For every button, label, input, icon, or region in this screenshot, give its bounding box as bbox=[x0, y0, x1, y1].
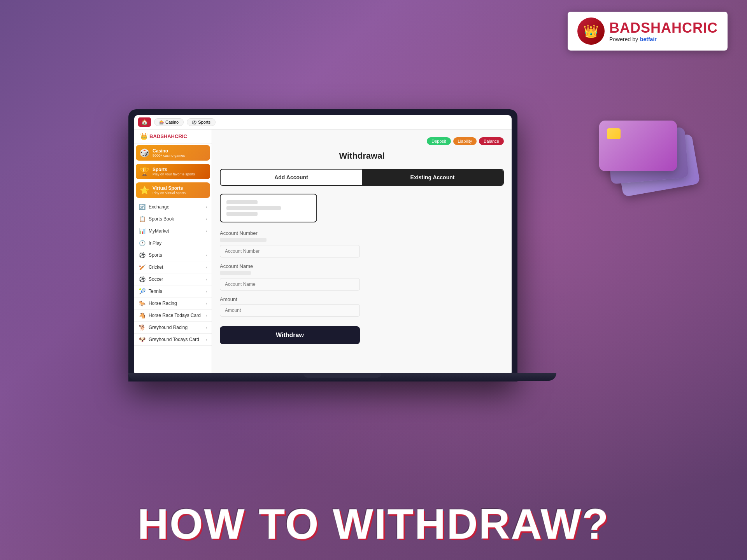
greyhound-chevron: › bbox=[206, 326, 207, 330]
site-logo: 👑 BADSHAHCRIC bbox=[140, 133, 187, 140]
withdraw-button[interactable]: Withdraw bbox=[220, 326, 360, 344]
account-number-input[interactable] bbox=[220, 245, 360, 257]
sports-chevron: › bbox=[206, 253, 207, 257]
card-chip bbox=[607, 128, 621, 139]
promo-virtual-banner[interactable]: ⭐ Virtual Sports Play on Virtual sports bbox=[136, 182, 210, 198]
sidebar-menu: 🔄 Exchange › 📋 Sports Book › bbox=[134, 200, 212, 347]
account-number-value bbox=[220, 238, 267, 242]
greyhound-todays-label: Greyhound Todays Card bbox=[149, 337, 199, 342]
amount-label: Amount bbox=[220, 296, 504, 302]
laptop-stand bbox=[303, 373, 381, 378]
cricket-label: Cricket bbox=[149, 264, 163, 270]
virtual-promo-text: Virtual Sports Play on Virtual sports bbox=[153, 186, 186, 195]
card-front bbox=[599, 121, 677, 171]
tennis-chevron: › bbox=[206, 289, 207, 294]
casino-promo-title: Casino bbox=[153, 148, 185, 154]
existing-account-tab[interactable]: Existing Account bbox=[362, 170, 503, 185]
casino-promo-text: Casino 5000+ casino games bbox=[153, 148, 185, 158]
account-number-label: Account Number bbox=[220, 230, 504, 236]
site-crown-icon: 👑 bbox=[140, 133, 148, 140]
sidebar: 👑 BADSHAHCRIC 🎲 Casino 5000+ casino game… bbox=[134, 130, 212, 376]
top-nav: 🏠 🎰 Casino ⚽ Sports bbox=[134, 115, 512, 130]
balance-button[interactable]: Balance bbox=[479, 137, 504, 145]
greyhound-label: Greyhound Racing bbox=[149, 325, 188, 330]
horse-todays-chevron: › bbox=[206, 313, 207, 318]
tennis-icon: 🎾 bbox=[139, 288, 146, 294]
casino-icon: 🎰 bbox=[159, 120, 164, 124]
casino-promo-icon: 🎲 bbox=[140, 148, 149, 158]
soccer-label: Soccer bbox=[149, 276, 163, 282]
sidebar-item-exchange[interactable]: 🔄 Exchange › bbox=[134, 201, 212, 213]
greyhound-todays-chevron: › bbox=[206, 338, 207, 342]
sidebar-item-sports[interactable]: ⚽ Sports › bbox=[134, 249, 212, 261]
home-button[interactable]: 🏠 bbox=[138, 117, 151, 127]
account-number-group: Account Number bbox=[220, 230, 504, 257]
tennis-label: Tennis bbox=[149, 289, 162, 294]
horse-todays-icon: 🐴 bbox=[139, 312, 146, 318]
logo-title: BADSHAHCRIC bbox=[609, 20, 718, 36]
site-header: 👑 BADSHAHCRIC bbox=[134, 130, 212, 144]
sports-promo-title: Sports bbox=[153, 167, 195, 172]
account-name-input[interactable] bbox=[220, 278, 360, 290]
amount-input[interactable] bbox=[220, 304, 360, 317]
laptop-wrapper: 🏠 🎰 Casino ⚽ Sports bbox=[23, 19, 724, 463]
virtual-promo-icon: ⭐ bbox=[140, 186, 149, 195]
sidebar-item-horse-todays[interactable]: 🐴 Horse Race Todays Card › bbox=[134, 310, 212, 322]
promo-sports-banner[interactable]: 🏆 Sports Play on your favorite sports bbox=[136, 164, 210, 179]
sidebar-item-tennis[interactable]: 🎾 Tennis › bbox=[134, 285, 212, 298]
sports-tab-label: Sports bbox=[198, 120, 210, 124]
sidebar-item-horse-racing[interactable]: 🐎 Horse Racing › bbox=[134, 298, 212, 310]
amount-group: Amount bbox=[220, 296, 504, 317]
sidebar-item-soccer[interactable]: ⚽ Soccer › bbox=[134, 273, 212, 285]
site-logo-text: BADSHAHCRIC bbox=[149, 133, 187, 139]
soccer-chevron: › bbox=[206, 277, 207, 282]
exchange-label: Exchange bbox=[149, 204, 169, 210]
mymarket-icon: 📊 bbox=[139, 228, 146, 234]
logo-box: 👑 BADSHAHCRIC Powered by betfair bbox=[568, 12, 728, 51]
crown-icon: 👑 bbox=[583, 24, 599, 38]
sidebar-item-greyhound[interactable]: 🐕 Greyhound Racing › bbox=[134, 322, 212, 334]
greyhound-icon: 🐕 bbox=[139, 324, 146, 331]
account-name-label: Account Name bbox=[220, 263, 504, 269]
casino-tab[interactable]: 🎰 Casino bbox=[154, 118, 184, 126]
cards-decoration bbox=[591, 117, 700, 233]
casino-tab-label: Casino bbox=[165, 120, 179, 124]
sports-tab[interactable]: ⚽ Sports bbox=[187, 118, 216, 126]
header-buttons: Deposit Liability Balance bbox=[220, 137, 504, 145]
promo-casino-banner[interactable]: 🎲 Casino 5000+ casino games bbox=[136, 145, 210, 161]
sidebar-item-cricket[interactable]: 🏏 Cricket › bbox=[134, 261, 212, 273]
account-card-number bbox=[226, 206, 281, 210]
sidebar-item-greyhound-todays[interactable]: 🐶 Greyhound Todays Card › bbox=[134, 334, 212, 346]
deposit-button[interactable]: Deposit bbox=[427, 137, 451, 145]
sportsbook-label: Sports Book bbox=[149, 216, 174, 222]
sidebar-item-inplay[interactable]: 🕐 InPlay bbox=[134, 237, 212, 249]
exchange-icon: 🔄 bbox=[139, 204, 146, 210]
bottom-text: HOW TO WITHDRAW? bbox=[0, 499, 747, 548]
sports-menu-label: Sports bbox=[149, 252, 162, 258]
sidebar-item-sportsbook[interactable]: 📋 Sports Book › bbox=[134, 213, 212, 225]
horse-todays-label: Horse Race Todays Card bbox=[149, 313, 201, 318]
logo-text-block: BADSHAHCRIC Powered by betfair bbox=[609, 20, 718, 42]
account-card[interactable] bbox=[220, 194, 317, 222]
mymarket-chevron: › bbox=[206, 229, 207, 233]
cricket-chevron: › bbox=[206, 265, 207, 270]
laptop-screen: 🏠 🎰 Casino ⚽ Sports bbox=[134, 115, 512, 376]
withdrawal-title: Withdrawal bbox=[220, 151, 504, 161]
horse-racing-label: Horse Racing bbox=[149, 301, 177, 306]
sidebar-item-mymarket[interactable]: 📊 MyMarket › bbox=[134, 225, 212, 237]
sportsbook-chevron: › bbox=[206, 217, 207, 221]
horse-racing-icon: 🐎 bbox=[139, 300, 146, 306]
mymarket-label: MyMarket bbox=[149, 228, 169, 234]
sports-promo-icon: 🏆 bbox=[140, 167, 149, 176]
account-name-value bbox=[220, 271, 251, 275]
virtual-promo-title: Virtual Sports bbox=[153, 186, 186, 191]
logo-subtitle: Powered by betfair bbox=[609, 36, 718, 42]
add-account-tab[interactable]: Add Account bbox=[221, 170, 362, 185]
account-name-group: Account Name bbox=[220, 263, 504, 290]
logo-icon: 👑 bbox=[577, 18, 605, 45]
inplay-label: InPlay bbox=[149, 240, 161, 246]
liability-button[interactable]: Liability bbox=[453, 137, 477, 145]
laptop: 🏠 🎰 Casino ⚽ Sports bbox=[128, 109, 517, 382]
sports-promo-sub: Play on your favorite sports bbox=[153, 172, 195, 176]
casino-promo-sub: 5000+ casino games bbox=[153, 154, 185, 158]
